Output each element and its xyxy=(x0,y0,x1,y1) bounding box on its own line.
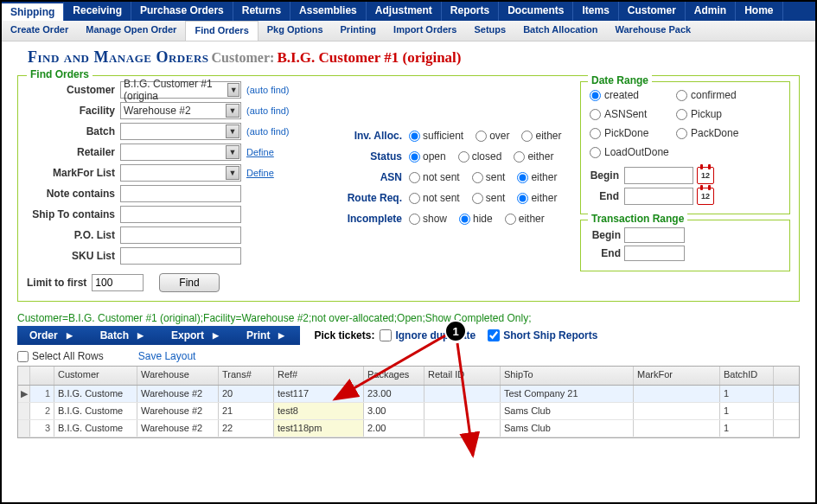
markfor-define-link[interactable]: Define xyxy=(246,168,274,178)
facility-combo[interactable]: Warehouse #2▼ xyxy=(120,102,241,119)
menu-order[interactable]: Order▶ xyxy=(17,329,88,341)
cell-ref[interactable]: test8 xyxy=(274,403,364,419)
tab-adjustment[interactable]: Adjustment xyxy=(367,2,442,21)
status-label: Status xyxy=(338,150,409,163)
subnav-printing[interactable]: Printing xyxy=(332,21,386,41)
tab-customer[interactable]: Customer xyxy=(619,2,686,21)
note-input[interactable] xyxy=(120,185,241,202)
retailer-define-link[interactable]: Define xyxy=(246,147,274,157)
subnav-import-orders[interactable]: Import Orders xyxy=(385,21,465,41)
subnav-setups[interactable]: Setups xyxy=(465,21,514,41)
dr-pickup[interactable]: Pickup xyxy=(676,108,763,120)
subnav-create-order[interactable]: Create Order xyxy=(2,21,77,41)
facility-autofind-link[interactable]: (auto find) xyxy=(246,105,290,116)
dr-created[interactable]: created xyxy=(590,89,676,101)
asn-notsent[interactable]: not sent xyxy=(409,171,460,183)
markfor-combo[interactable]: ▼ xyxy=(120,164,241,182)
select-all-checkbox[interactable] xyxy=(17,351,29,362)
limit-input[interactable] xyxy=(92,274,144,291)
short-ship-checkbox[interactable]: Short Ship Reports xyxy=(488,329,597,341)
dr-pickdone[interactable]: PickDone xyxy=(590,127,676,139)
skulist-input[interactable] xyxy=(120,247,241,265)
dr-packdone[interactable]: PackDone xyxy=(676,127,763,139)
subnav-batch-allocation[interactable]: Batch Allocation xyxy=(514,21,606,41)
tab-items[interactable]: Items xyxy=(573,2,618,21)
tab-documents[interactable]: Documents xyxy=(499,2,573,21)
subnav-pkg-options[interactable]: Pkg Options xyxy=(259,21,332,41)
route-notsent[interactable]: not sent xyxy=(409,192,460,204)
chevron-down-icon[interactable]: ▼ xyxy=(226,104,239,118)
tab-purchase-orders[interactable]: Purchase Orders xyxy=(131,2,233,21)
asn-sent[interactable]: sent xyxy=(472,171,506,183)
subnav-find-orders[interactable]: Find Orders xyxy=(185,21,258,41)
route-sent[interactable]: sent xyxy=(472,192,506,204)
customer-combo[interactable]: B.I.G. Customer #1 (origina▼ xyxy=(120,81,241,99)
tab-home[interactable]: Home xyxy=(736,2,782,21)
chevron-down-icon[interactable]: ▼ xyxy=(226,124,239,138)
col-shipto[interactable]: ShipTo xyxy=(501,367,634,385)
shipto-input[interactable] xyxy=(120,206,241,223)
dr-asnsent[interactable]: ASNSent xyxy=(590,108,676,120)
begin-date-input[interactable] xyxy=(624,167,693,184)
calendar-icon[interactable]: 12 xyxy=(697,167,714,184)
tab-reports[interactable]: Reports xyxy=(442,2,499,21)
incomplete-label: Incomplete xyxy=(338,213,409,225)
col-retailid[interactable]: Retail ID xyxy=(424,367,501,385)
tr-end-input[interactable] xyxy=(624,246,685,261)
cell-shipto: Test Company 21 xyxy=(501,386,634,402)
col-packages[interactable]: Packages xyxy=(364,367,424,385)
tab-admin[interactable]: Admin xyxy=(686,2,736,21)
cell-batchid: 1 xyxy=(720,386,774,402)
col-markfor[interactable]: MarkFor xyxy=(634,367,720,385)
cell-ref[interactable]: test118pm xyxy=(274,420,364,437)
tab-assemblies[interactable]: Assemblies xyxy=(290,2,367,21)
chevron-down-icon[interactable]: ▼ xyxy=(227,83,239,97)
chevron-down-icon[interactable]: ▼ xyxy=(226,145,239,159)
customer-autofind-link[interactable]: (auto find) xyxy=(246,85,290,95)
dr-loadoutdone[interactable]: LoadOutDone xyxy=(590,146,702,158)
table-row[interactable]: 2 B.I.G. Custome Warehouse #2 21 test8 3… xyxy=(18,403,799,420)
table-row[interactable]: ▶ 1 B.I.G. Custome Warehouse #2 20 test1… xyxy=(18,386,799,403)
cell-ref[interactable]: test117 xyxy=(274,386,364,402)
col-customer[interactable]: Customer xyxy=(54,367,137,385)
top-nav: Shipping Receiving Purchase Orders Retur… xyxy=(2,2,815,21)
menu-export[interactable]: Export▶ xyxy=(159,329,234,341)
invalloc-sufficient[interactable]: sufficient xyxy=(409,130,463,142)
incomplete-show[interactable]: show xyxy=(409,213,447,225)
status-open[interactable]: open xyxy=(409,150,446,163)
asn-either[interactable]: either xyxy=(517,171,557,183)
dr-confirmed[interactable]: confirmed xyxy=(676,89,763,101)
calendar-icon[interactable]: 12 xyxy=(697,188,714,205)
col-rownum xyxy=(30,367,54,385)
col-warehouse[interactable]: Warehouse xyxy=(137,367,219,385)
subnav-warehouse-pack[interactable]: Warehouse Pack xyxy=(607,21,700,41)
retailer-combo[interactable]: ▼ xyxy=(120,144,241,161)
ignore-duplicate-checkbox[interactable]: Ignore duplicate xyxy=(380,329,476,341)
invalloc-over[interactable]: over xyxy=(476,130,509,142)
col-ref[interactable]: Ref# xyxy=(274,367,364,385)
polist-input[interactable] xyxy=(120,226,241,244)
incomplete-hide[interactable]: hide xyxy=(459,213,493,225)
subnav-manage-open-order[interactable]: Manage Open Order xyxy=(77,21,185,41)
invalloc-either[interactable]: either xyxy=(521,130,561,142)
chevron-down-icon[interactable]: ▼ xyxy=(226,166,239,180)
tab-returns[interactable]: Returns xyxy=(233,2,290,21)
find-button[interactable]: Find xyxy=(159,273,219,292)
table-row[interactable]: 3 B.I.G. Custome Warehouse #2 22 test118… xyxy=(18,420,799,437)
menu-batch[interactable]: Batch▶ xyxy=(88,329,159,341)
tab-receiving[interactable]: Receiving xyxy=(64,2,131,21)
tab-shipping[interactable]: Shipping xyxy=(2,2,64,21)
menu-print[interactable]: Print▶ xyxy=(234,329,300,341)
col-trans[interactable]: Trans# xyxy=(219,367,274,385)
status-closed[interactable]: closed xyxy=(458,150,502,163)
col-batchid[interactable]: BatchID xyxy=(720,367,774,385)
route-either[interactable]: either xyxy=(517,192,557,204)
status-either[interactable]: either xyxy=(514,150,553,163)
save-layout-link[interactable]: Save Layout xyxy=(138,350,196,362)
end-date-input[interactable] xyxy=(624,188,693,205)
incomplete-either[interactable]: either xyxy=(505,213,545,225)
batch-autofind-link[interactable]: (auto find) xyxy=(246,126,290,137)
batch-combo[interactable]: ▼ xyxy=(120,123,241,140)
tr-begin-input[interactable] xyxy=(624,227,685,243)
chevron-right-icon: ▶ xyxy=(137,331,144,340)
